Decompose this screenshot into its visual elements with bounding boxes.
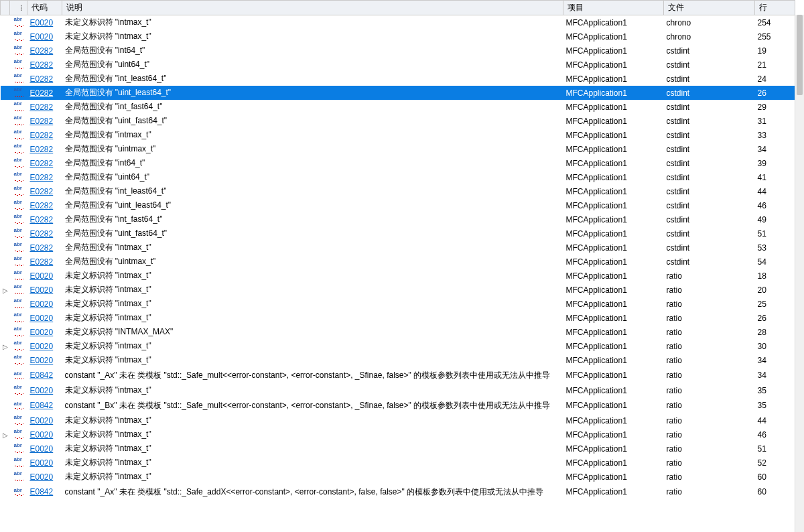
table-row[interactable]: abrE0282全局范围没有 "uint_fast64_t"MFCApplica… — [1, 226, 795, 241]
table-row[interactable]: abrE0282全局范围没有 "uint_least64_t"MFCApplic… — [1, 86, 795, 100]
table-row[interactable]: abrE0282全局范围没有 "intmax_t"MFCApplication1… — [1, 241, 795, 255]
project-name: MFCApplication1 — [563, 269, 664, 283]
header-icon[interactable]: ⁞ — [10, 1, 27, 15]
intellisense-error-icon: abr — [14, 131, 23, 138]
table-row[interactable]: abrE0020未定义标识符 "intmax_t"MFCApplication1… — [1, 413, 795, 427]
error-code[interactable]: E0020 — [27, 15, 62, 30]
error-code[interactable]: E0020 — [27, 269, 62, 283]
table-row[interactable]: abrE0282全局范围没有 "int_least64_t"MFCApplica… — [1, 72, 795, 86]
table-row[interactable]: abrE0020未定义标识符 "intmax_t"MFCApplication1… — [1, 15, 795, 30]
table-row[interactable]: abrE0282全局范围没有 "int64_t"MFCApplication1c… — [1, 44, 795, 58]
error-code[interactable]: E0020 — [27, 283, 62, 297]
header-desc[interactable]: 说明 — [62, 1, 563, 15]
error-code[interactable]: E0020 — [27, 442, 62, 456]
error-type-icon-cell: abr — [10, 427, 27, 442]
expand-toggle[interactable]: ▷ — [1, 339, 10, 353]
table-row[interactable]: abrE0020未定义标识符 "intmax_t"MFCApplication1… — [1, 442, 795, 456]
table-row[interactable]: abrE0282全局范围没有 "uint_fast64_t"MFCApplica… — [1, 114, 795, 128]
header-code[interactable]: 代码 — [27, 1, 62, 15]
table-row[interactable]: abrE0282全局范围没有 "uint64_t"MFCApplication1… — [1, 58, 795, 72]
error-code[interactable]: E0020 — [27, 353, 62, 367]
error-code[interactable]: E0020 — [27, 383, 62, 397]
error-code[interactable]: E0020 — [27, 325, 62, 339]
error-code[interactable]: E0282 — [27, 156, 62, 170]
error-code[interactable]: E0282 — [27, 198, 62, 212]
file-name: ratio — [664, 383, 755, 397]
intellisense-error-icon: abr — [14, 272, 23, 279]
table-row[interactable]: abrE0282全局范围没有 "int64_t"MFCApplication1c… — [1, 156, 795, 170]
table-row[interactable]: abrE0282全局范围没有 "int_fast64_t"MFCApplicat… — [1, 212, 795, 226]
error-code[interactable]: E0282 — [27, 128, 62, 142]
table-row[interactable]: abrE0020未定义标识符 "intmax_t"MFCApplication1… — [1, 311, 795, 325]
table-row[interactable]: abrE0842constant "_Ax" 未在 类模板 "std::_Saf… — [1, 367, 795, 383]
error-code[interactable]: E0020 — [27, 470, 62, 484]
header-file[interactable]: 文件 — [664, 1, 755, 15]
error-description: 全局范围没有 "uint64_t" — [62, 170, 563, 184]
table-row[interactable]: abrE0020未定义标识符 "intmax_t"MFCApplication1… — [1, 29, 795, 44]
error-code[interactable]: E0020 — [27, 456, 62, 470]
table-row[interactable]: abrE0020未定义标识符 "intmax_t"MFCApplication1… — [1, 269, 795, 283]
table-row[interactable]: abrE0282全局范围没有 "uintmax_t"MFCApplication… — [1, 142, 795, 156]
error-code[interactable]: E0282 — [27, 142, 62, 156]
error-code[interactable]: E0020 — [27, 413, 62, 427]
project-name: MFCApplication1 — [563, 58, 664, 72]
table-row[interactable]: abrE0282全局范围没有 "int_fast64_t"MFCApplicat… — [1, 100, 795, 114]
intellisense-error-icon: abr — [14, 216, 23, 222]
expand-toggle — [1, 170, 10, 184]
error-code[interactable]: E0842 — [27, 484, 62, 500]
line-number: 254 — [755, 15, 795, 30]
header-project[interactable]: 项目 — [563, 1, 664, 15]
table-row[interactable]: abrE0842constant "_Bx" 未在 类模板 "std::_Saf… — [1, 397, 795, 413]
error-code[interactable]: E0282 — [27, 255, 62, 269]
error-code[interactable]: E0842 — [27, 397, 62, 413]
error-code[interactable]: E0020 — [27, 339, 62, 353]
table-row[interactable]: abrE0282全局范围没有 "intmax_t"MFCApplication1… — [1, 128, 795, 142]
file-name: ratio — [664, 442, 755, 456]
table-row[interactable]: abrE0842constant "_Ax" 未在 类模板 "std::_Saf… — [1, 484, 795, 500]
intellisense-error-icon: abr — [14, 459, 23, 466]
error-code[interactable]: E0020 — [27, 427, 62, 442]
table-row[interactable]: ▷abrE0020未定义标识符 "intmax_t"MFCApplication… — [1, 283, 795, 297]
table-row[interactable]: abrE0282全局范围没有 "uint_least64_t"MFCApplic… — [1, 198, 795, 212]
table-row[interactable]: abrE0020未定义标识符 "intmax_t"MFCApplication1… — [1, 353, 795, 367]
header-line[interactable]: 行 — [755, 1, 795, 15]
error-code[interactable]: E0020 — [27, 29, 62, 44]
table-row[interactable]: abrE0020未定义标识符 "intmax_t"MFCApplication1… — [1, 456, 795, 470]
error-code[interactable]: E0020 — [27, 311, 62, 325]
file-name: cstdint — [664, 100, 755, 114]
expand-toggle[interactable]: ▷ — [1, 427, 10, 442]
error-type-icon-cell: abr — [10, 114, 27, 128]
error-code[interactable]: E0282 — [27, 114, 62, 128]
table-row[interactable]: abrE0020未定义标识符 "INTMAX_MAX"MFCApplicatio… — [1, 325, 795, 339]
table-row[interactable]: abrE0282全局范围没有 "int_least64_t"MFCApplica… — [1, 184, 795, 198]
table-row[interactable]: ▷abrE0020未定义标识符 "intmax_t"MFCApplication… — [1, 339, 795, 353]
error-code[interactable]: E0842 — [27, 367, 62, 383]
error-code[interactable]: E0282 — [27, 58, 62, 72]
error-code[interactable]: E0282 — [27, 170, 62, 184]
file-name: ratio — [664, 269, 755, 283]
table-row[interactable]: ▷abrE0020未定义标识符 "intmax_t"MFCApplication… — [1, 427, 795, 442]
error-code[interactable]: E0282 — [27, 241, 62, 255]
vertical-scrollbar[interactable] — [795, 15, 804, 532]
error-code[interactable]: E0282 — [27, 226, 62, 241]
file-name: cstdint — [664, 156, 755, 170]
error-code[interactable]: E0020 — [27, 297, 62, 311]
line-number: 29 — [755, 100, 795, 114]
error-code[interactable]: E0282 — [27, 44, 62, 58]
table-row[interactable]: abrE0282全局范围没有 "uintmax_t"MFCApplication… — [1, 255, 795, 269]
table-row[interactable]: abrE0020未定义标识符 "intmax_t"MFCApplication1… — [1, 470, 795, 484]
error-code[interactable]: E0282 — [27, 86, 62, 100]
error-code[interactable]: E0282 — [27, 72, 62, 86]
error-code[interactable]: E0282 — [27, 184, 62, 198]
error-code[interactable]: E0282 — [27, 212, 62, 226]
intellisense-error-icon: abr — [14, 342, 23, 349]
scrollbar-thumb[interactable] — [797, 15, 803, 95]
project-name: MFCApplication1 — [563, 156, 664, 170]
table-row[interactable]: abrE0282全局范围没有 "uint64_t"MFCApplication1… — [1, 170, 795, 184]
line-number: 35 — [755, 397, 795, 413]
error-code[interactable]: E0282 — [27, 100, 62, 114]
header-expand[interactable] — [1, 1, 10, 15]
table-row[interactable]: abrE0020未定义标识符 "intmax_t"MFCApplication1… — [1, 297, 795, 311]
expand-toggle[interactable]: ▷ — [1, 283, 10, 297]
table-row[interactable]: abrE0020未定义标识符 "intmax_t"MFCApplication1… — [1, 383, 795, 397]
